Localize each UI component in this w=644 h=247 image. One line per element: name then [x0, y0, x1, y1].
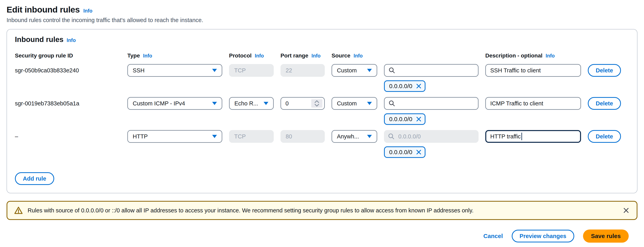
chevron-down-icon	[212, 69, 217, 72]
rule-1-source-chip: 0.0.0.0/0	[384, 80, 426, 92]
chevron-down-icon	[367, 102, 372, 105]
rule-2-protocol-dropdown[interactable]: Echo R...	[229, 97, 274, 110]
page-title: Edit inbound rules	[6, 5, 80, 15]
panel-title: Inbound rules	[15, 35, 64, 44]
chevron-down-icon	[212, 102, 217, 105]
rule-3-source-chip: 0.0.0.0/0	[384, 146, 426, 158]
port-range-info-link[interactable]: Info	[312, 53, 320, 59]
type-info-link[interactable]: Info	[143, 53, 152, 59]
rules-grid: Security group rule ID Type Info Protoco…	[15, 53, 629, 163]
preview-changes-button[interactable]: Preview changes	[512, 230, 574, 242]
protocol-info-link[interactable]: Info	[255, 53, 264, 59]
panel-header: Inbound rules Info	[15, 35, 629, 44]
rule-3-protocol-field: TCP	[229, 130, 274, 143]
panel-title-info-link[interactable]: Info	[67, 37, 76, 43]
rule-2-port-stepper[interactable]	[311, 99, 322, 108]
rule-3-port-field: 80	[280, 130, 325, 143]
chevron-down-icon	[212, 135, 217, 138]
column-header-protocol: Protocol Info	[229, 53, 274, 59]
column-header-source: Source Info	[332, 53, 377, 59]
rule-1-chip-dismiss-icon[interactable]	[416, 83, 422, 89]
source-search-placeholder: 0.0.0.0/0	[398, 133, 421, 140]
rule-1-id: sgr-050b9ca03b833e240	[15, 67, 120, 74]
chevron-down-icon	[264, 102, 268, 105]
banner-close-icon[interactable]	[622, 207, 630, 214]
warning-triangle-icon	[14, 206, 23, 214]
rule-1-delete-button[interactable]: Delete	[588, 64, 621, 77]
cancel-button[interactable]: Cancel	[483, 233, 503, 239]
rule-2-chip-dismiss-icon[interactable]	[416, 116, 422, 122]
search-icon	[388, 133, 395, 140]
description-info-link[interactable]: Info	[546, 53, 555, 59]
page-title-info-link[interactable]: Info	[83, 8, 92, 14]
column-header-port-range: Port range Info	[280, 53, 325, 59]
rule-2-port-input[interactable]: 0	[280, 97, 325, 110]
column-header-description: Description - optional Info	[485, 53, 581, 59]
search-icon	[388, 100, 395, 107]
chevron-down-icon	[367, 135, 372, 138]
rule-2-source-dropdown[interactable]: Custom	[332, 97, 377, 110]
add-rule-button[interactable]: Add rule	[15, 172, 54, 185]
rule-1-description-input[interactable]: SSH Traffic to client	[485, 64, 581, 77]
rule-3-chip-dismiss-icon[interactable]	[416, 149, 422, 155]
rule-1-source-search-input[interactable]	[384, 64, 478, 77]
stepper-down-icon	[314, 104, 320, 107]
warning-text: Rules with source of 0.0.0.0/0 or ::/0 a…	[28, 207, 618, 214]
rule-2-id: sgr-0019eb7383eb05a1a	[15, 100, 120, 107]
inbound-rules-panel: Inbound rules Info Security group rule I…	[6, 29, 638, 193]
warning-banner: Rules with source of 0.0.0.0/0 or ::/0 a…	[6, 201, 638, 220]
rule-1-source-dropdown[interactable]: Custom	[332, 64, 377, 77]
footer-actions: Cancel Preview changes Save rules	[6, 229, 638, 243]
save-rules-button[interactable]: Save rules	[583, 229, 629, 243]
rule-1-port-field: 22	[280, 64, 325, 77]
chevron-down-icon	[367, 69, 372, 72]
rule-2-source-chip: 0.0.0.0/0	[384, 113, 426, 125]
source-info-link[interactable]: Info	[354, 53, 363, 59]
rule-1-protocol-field: TCP	[229, 64, 274, 77]
rule-2-source-search-input[interactable]	[384, 97, 478, 110]
column-header-type: Type Info	[127, 53, 222, 59]
rule-3-type-dropdown[interactable]: HTTP	[127, 130, 222, 143]
page-header: Edit inbound rules Info	[6, 5, 638, 15]
rule-3-description-input[interactable]: HTTP traffic	[485, 130, 581, 143]
rule-2-type-dropdown[interactable]: Custom ICMP - IPv4	[127, 97, 222, 110]
rule-2-delete-button[interactable]: Delete	[588, 97, 621, 110]
rule-3-source-dropdown[interactable]: Anywh...	[332, 130, 377, 143]
rule-1-type-dropdown[interactable]: SSH	[127, 64, 222, 77]
page-subtitle: Inbound rules control the incoming traff…	[6, 17, 638, 24]
stepper-up-icon	[314, 100, 320, 103]
rule-2-description-input[interactable]: ICMP Traffic to client	[485, 97, 581, 110]
rule-3-source-search-input: 0.0.0.0/0	[384, 130, 478, 143]
column-header-rule-id: Security group rule ID	[15, 53, 120, 59]
edit-inbound-rules-page: Edit inbound rules Info Inbound rules co…	[0, 0, 644, 243]
rule-3-delete-button[interactable]: Delete	[588, 130, 621, 143]
text-cursor	[522, 133, 522, 140]
rule-3-id: –	[15, 133, 120, 140]
search-icon	[388, 67, 395, 74]
